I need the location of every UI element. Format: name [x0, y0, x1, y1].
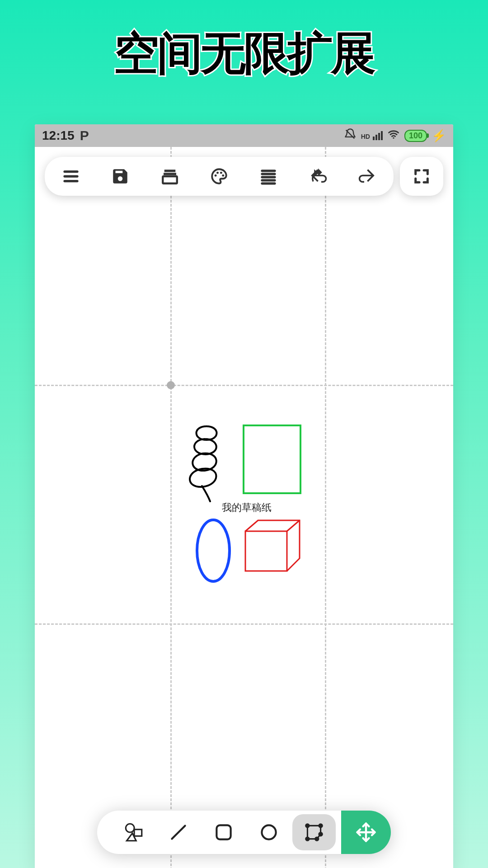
mute-icon — [344, 128, 357, 144]
svg-point-21 — [126, 824, 134, 832]
wifi-icon — [387, 128, 400, 144]
svg-rect-7 — [163, 176, 177, 184]
green-rect-drawing — [243, 425, 306, 497]
svg-rect-19 — [245, 531, 287, 571]
status-time: 12:15 — [42, 128, 75, 143]
save-button[interactable] — [108, 164, 133, 189]
svg-point-25 — [262, 825, 276, 839]
canvas-text-label: 我的草稿纸 — [222, 501, 272, 514]
svg-rect-17 — [244, 425, 300, 493]
move-tool-button[interactable] — [341, 811, 391, 854]
svg-point-10 — [220, 172, 222, 174]
charging-icon: ⚡ — [432, 129, 446, 143]
line-tool-button[interactable] — [157, 814, 200, 850]
svg-rect-24 — [216, 825, 230, 839]
svg-point-28 — [319, 833, 322, 836]
toolbar-main — [45, 157, 394, 196]
paragraph-button[interactable] — [256, 164, 281, 189]
palette-button[interactable] — [206, 164, 232, 189]
svg-point-11 — [222, 175, 224, 177]
carrier-icon: P — [80, 128, 89, 143]
layers-button[interactable] — [157, 164, 183, 189]
red-cube-drawing — [243, 518, 306, 576]
svg-point-30 — [306, 837, 309, 840]
svg-point-1 — [393, 137, 394, 138]
grid-line-h1 — [35, 385, 453, 386]
svg-point-9 — [216, 172, 219, 174]
fullscreen-button[interactable] — [400, 157, 443, 196]
redo-button[interactable] — [355, 164, 380, 189]
blue-ellipse-drawing — [194, 518, 235, 585]
grid-line-v1 — [170, 147, 172, 868]
svg-line-23 — [172, 826, 185, 839]
scribble-drawing — [184, 422, 229, 503]
grid-line-v2 — [325, 147, 326, 868]
rect-tool-button[interactable] — [202, 814, 245, 850]
path-edit-tool-button[interactable] — [292, 814, 336, 850]
svg-rect-22 — [134, 830, 142, 836]
svg-point-27 — [319, 824, 322, 827]
svg-line-20 — [287, 520, 300, 531]
shapes-tool-button[interactable] — [112, 814, 155, 850]
svg-point-8 — [215, 175, 217, 177]
circle-tool-button[interactable] — [247, 814, 291, 850]
svg-point-18 — [197, 520, 230, 581]
phone-frame: 12:15 P HD — [35, 124, 453, 868]
battery-indicator: 100 — [404, 130, 427, 142]
undo-button[interactable] — [305, 164, 331, 189]
hd-signal-icon: HD — [361, 131, 383, 140]
menu-button[interactable] — [58, 164, 84, 189]
status-bar: 12:15 P HD — [35, 124, 453, 147]
hero-title: 空间无限扩展 — [0, 24, 488, 85]
svg-point-26 — [306, 824, 309, 827]
grid-line-h2 — [35, 623, 453, 625]
bottom-toolbar — [97, 811, 391, 854]
svg-point-29 — [315, 837, 319, 840]
canvas[interactable]: 我的草稿纸 — [35, 147, 453, 868]
top-toolbar — [45, 157, 443, 196]
grid-anchor-dot — [167, 381, 175, 389]
